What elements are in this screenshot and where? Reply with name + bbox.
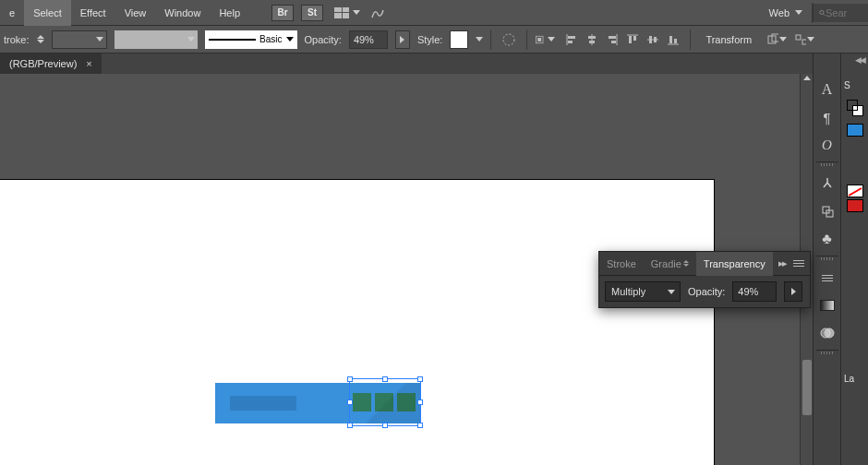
workspace-dropdown[interactable]: Web — [760, 7, 812, 18]
document-tab[interactable]: (RGB/Preview) × — [0, 54, 102, 74]
align-right-icon[interactable] — [603, 30, 621, 49]
blend-mode-value: Multiply — [611, 286, 645, 297]
brush-definition-dropdown[interactable]: Basic — [205, 30, 297, 49]
workspace-label: Web — [769, 7, 790, 18]
svg-point-2 — [503, 34, 514, 45]
bridge-icon[interactable]: Br — [271, 5, 294, 21]
arrange-documents-button[interactable] — [334, 7, 360, 18]
svg-rect-26 — [802, 40, 806, 44]
swatch-blue[interactable] — [847, 124, 863, 137]
svg-point-0 — [820, 10, 824, 14]
swatches-panel-label[interactable]: S — [841, 76, 868, 94]
selection-bounding-box[interactable] — [349, 378, 421, 426]
scroll-up-icon[interactable] — [803, 76, 811, 80]
search-input[interactable] — [826, 7, 862, 18]
svg-rect-19 — [654, 37, 657, 42]
panel-opacity-field[interactable]: 49% — [732, 281, 777, 302]
stock-icon[interactable]: St — [301, 5, 323, 21]
style-label: Style: — [417, 34, 443, 45]
selection-handle[interactable] — [347, 376, 353, 382]
graphic-style-swatch[interactable] — [450, 30, 468, 49]
document-tab-title: (RGB/Preview) — [9, 58, 77, 69]
opacity-dropdown-button[interactable] — [395, 30, 410, 49]
svg-rect-15 — [629, 36, 632, 43]
panel-tab-gradient[interactable]: Gradie — [644, 252, 696, 276]
transform-panel-button[interactable]: Transform — [698, 30, 759, 49]
gradient-panel-icon[interactable] — [814, 292, 841, 319]
select-similar-icon[interactable] — [794, 30, 814, 50]
paragraph-panel-icon[interactable]: ¶ — [814, 103, 841, 131]
brush-stroke-preview — [209, 39, 257, 41]
close-tab-icon[interactable]: × — [86, 58, 91, 69]
align-hcenter-icon[interactable] — [583, 30, 601, 49]
stroke-weight-stepper[interactable] — [37, 35, 44, 43]
panel-menu-icon[interactable] — [793, 260, 804, 267]
stroke-panel-icon[interactable] — [814, 264, 841, 292]
svg-rect-16 — [633, 36, 636, 41]
svg-rect-12 — [609, 36, 616, 39]
svg-rect-13 — [611, 41, 616, 43]
menu-bar: e Select Effect View Window Help Br St W… — [0, 0, 868, 26]
panel-tab-transparency[interactable]: Transparency — [696, 252, 773, 276]
menu-item-effect[interactable]: Effect — [71, 0, 115, 26]
character-panel-icon[interactable]: A — [814, 76, 841, 103]
selection-handle[interactable] — [382, 423, 388, 428]
recolor-artwork-icon[interactable] — [499, 30, 519, 50]
opacity-field[interactable]: 49% — [349, 30, 388, 49]
menu-item-help[interactable]: Help — [210, 0, 249, 26]
selection-handle[interactable] — [417, 399, 423, 405]
transparency-panel-icon[interactable] — [814, 319, 841, 347]
stroke-weight-field[interactable] — [52, 30, 107, 49]
search-box[interactable] — [813, 4, 868, 22]
document-tab-bar: (RGB/Preview) × — [0, 54, 868, 74]
style-dropdown-chevron-icon[interactable] — [476, 37, 483, 42]
svg-interactivity-icon[interactable] — [814, 170, 841, 197]
panel-tab-stroke[interactable]: Stroke — [599, 252, 644, 276]
svg-rect-7 — [568, 41, 573, 43]
variable-width-profile[interactable] — [115, 30, 198, 49]
svg-rect-25 — [796, 35, 801, 40]
svg-point-30 — [825, 328, 834, 338]
svg-rect-18 — [649, 36, 652, 43]
control-bar: troke: Basic Opacity: 49% Style: Transfo… — [0, 26, 868, 54]
artboards-panel-icon[interactable] — [814, 197, 841, 225]
blend-mode-dropdown[interactable]: Multiply — [605, 281, 681, 302]
align-to-dropdown[interactable] — [535, 30, 555, 50]
right-panel-dock: ◀◀ A ¶ O ♣ S La — [813, 54, 868, 465]
align-left-icon[interactable] — [562, 30, 581, 49]
gpu-preview-icon[interactable] — [368, 3, 388, 23]
align-bottom-icon[interactable] — [664, 30, 682, 49]
search-icon — [819, 7, 826, 18]
svg-rect-4 — [538, 38, 541, 41]
selection-handle[interactable] — [417, 423, 423, 428]
panel-tab-sort-icon — [683, 260, 689, 267]
panel-tab-bar: Stroke Gradie Transparency ▸▸ — [599, 252, 810, 276]
opacity-label: Opacity: — [305, 34, 342, 45]
selection-handle[interactable] — [347, 399, 353, 405]
collapse-dock-icon[interactable]: ◀◀ — [855, 55, 864, 65]
stroke-label: troke: — [4, 34, 30, 45]
layers-panel-label[interactable]: La — [841, 369, 868, 388]
selection-handle[interactable] — [382, 376, 388, 382]
menu-item-window[interactable]: Window — [155, 0, 210, 26]
swatch-none[interactable] — [847, 185, 863, 197]
transparency-panel[interactable]: Stroke Gradie Transparency ▸▸ Multiply O… — [598, 251, 811, 308]
svg-rect-21 — [669, 36, 672, 43]
align-buttons-group — [562, 30, 682, 49]
svg-rect-9 — [588, 36, 596, 39]
align-vcenter-icon[interactable] — [644, 30, 662, 49]
panel-expand-icon[interactable]: ▸▸ — [778, 257, 786, 269]
menu-item-view[interactable]: View — [115, 0, 156, 26]
scrollbar-thumb[interactable] — [802, 360, 812, 415]
fill-stroke-swatch-icon[interactable] — [841, 94, 868, 122]
opentype-panel-icon[interactable]: O — [814, 131, 841, 159]
align-top-icon[interactable] — [623, 30, 642, 49]
swatch-red[interactable] — [847, 199, 863, 212]
panel-opacity-slider-button[interactable] — [784, 281, 802, 302]
menu-item-select[interactable]: Select — [24, 0, 71, 26]
selection-handle[interactable] — [417, 376, 423, 382]
menu-item-edit-fragment[interactable]: e — [0, 0, 24, 26]
symbols-panel-icon[interactable]: ♣ — [814, 225, 841, 253]
isolate-object-icon[interactable] — [766, 30, 787, 50]
selection-handle[interactable] — [347, 423, 353, 428]
